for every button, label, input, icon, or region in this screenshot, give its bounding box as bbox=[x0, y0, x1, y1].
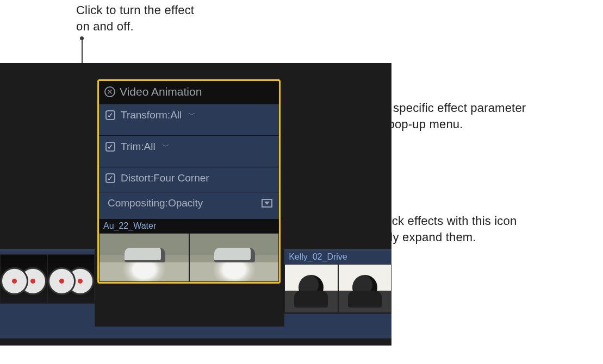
figure-canvas: Click to turn the effect on and off. Cho… bbox=[0, 0, 603, 364]
checkbox-icon[interactable]: ✓ bbox=[105, 173, 115, 183]
effect-row-transform[interactable]: ✓ Transform:All ﹀ bbox=[99, 104, 279, 135]
clip-thumbnails bbox=[0, 254, 95, 303]
popover-header: ✕ Video Animation bbox=[99, 81, 279, 104]
timeline-footer bbox=[0, 327, 391, 338]
clip-thumbnail bbox=[99, 233, 189, 282]
clip-thumbnail bbox=[189, 233, 279, 282]
effect-row-label: Trim:All bbox=[121, 141, 156, 153]
clip-footer bbox=[284, 313, 391, 323]
chevron-down-icon[interactable]: ﹀ bbox=[188, 110, 196, 120]
effect-row-compositing[interactable]: Compositing:Opacity bbox=[99, 192, 279, 219]
checkbox-icon[interactable]: ✓ bbox=[105, 142, 115, 152]
clip-thumbnail bbox=[338, 264, 391, 313]
popover-title: Video Animation bbox=[120, 85, 202, 98]
clip-label: Kelly_02_Drive bbox=[284, 250, 391, 264]
effect-row-distort[interactable]: ✓ Distort:Four Corner bbox=[99, 167, 279, 192]
clip-thumbnails bbox=[284, 264, 391, 313]
clip-label: Au_22_Water bbox=[99, 219, 279, 233]
callout-line-dot bbox=[80, 36, 84, 40]
clip-au-22-water[interactable]: Au_22_Water bbox=[99, 219, 279, 282]
effect-row-label: Compositing:Opacity bbox=[108, 197, 203, 209]
clip-left[interactable] bbox=[0, 249, 95, 332]
callout-toggle-effect: Click to turn the effect on and off. bbox=[76, 2, 201, 34]
timeline-gutter bbox=[0, 338, 391, 346]
clip-thumbnails bbox=[99, 233, 279, 282]
clip-kelly-02-drive[interactable]: Kelly_02_Drive bbox=[284, 249, 391, 332]
clip-thumbnail bbox=[47, 254, 95, 303]
effect-row-label: Distort:Four Corner bbox=[121, 172, 209, 184]
checkbox-icon[interactable]: ✓ bbox=[105, 110, 115, 120]
clip-footer bbox=[0, 303, 95, 313]
chevron-down-icon[interactable]: ﹀ bbox=[162, 142, 170, 152]
expand-icon[interactable] bbox=[262, 199, 272, 208]
clip-thumbnail bbox=[0, 254, 47, 303]
video-animation-popover: ✕ Video Animation ✓ Transform:All ﹀ ✓ Tr… bbox=[97, 79, 281, 284]
effect-row-label: Transform:All bbox=[121, 109, 182, 121]
clip-label bbox=[0, 250, 95, 254]
effect-row-trim[interactable]: ✓ Trim:All ﹀ bbox=[99, 135, 279, 167]
close-icon[interactable]: ✕ bbox=[104, 86, 115, 97]
clip-thumbnail bbox=[284, 264, 338, 313]
